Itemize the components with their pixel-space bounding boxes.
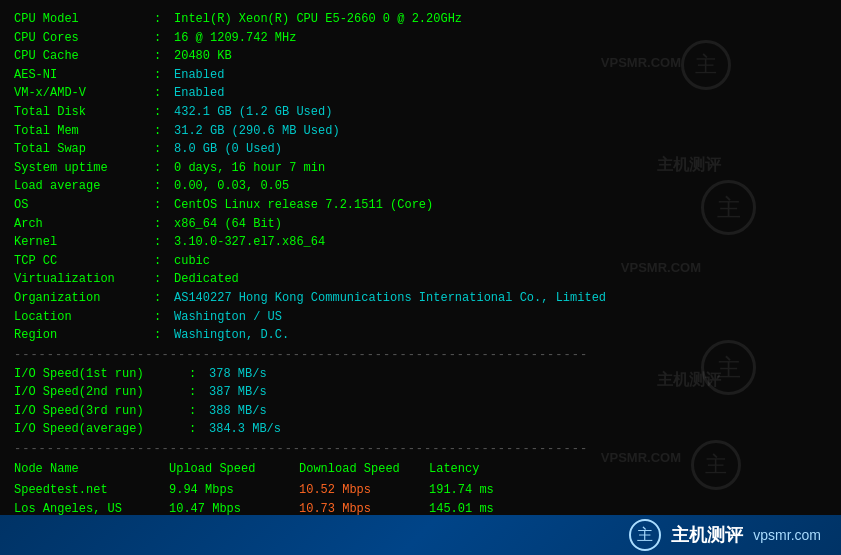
location-row: Location : Washington / US — [14, 308, 827, 327]
cpu-cache-value: 20480 KB — [174, 47, 232, 66]
aes-ni-row: AES-NI : Enabled — [14, 66, 827, 85]
bottom-cn-text: 主机测评 — [671, 523, 743, 547]
organization-label: Organization — [14, 289, 154, 308]
tcp-cc-row: TCP CC : cubic — [14, 252, 827, 271]
header-latency: Latency — [429, 460, 529, 479]
arch-row: Arch : x86_64 (64 Bit) — [14, 215, 827, 234]
organization-row: Organization : AS140227 Hong Kong Commun… — [14, 289, 827, 308]
location-value: Washington / US — [174, 308, 282, 327]
load-avg-value: 0.00, 0.03, 0.05 — [174, 177, 289, 196]
main-container: CPU Model : Intel(R) Xeon(R) CPU E5-2660… — [0, 0, 841, 555]
divider-1: ----------------------------------------… — [14, 348, 827, 362]
io-run1-value: 378 MB/s — [209, 365, 267, 384]
tcp-cc-label: TCP CC — [14, 252, 154, 271]
io-avg-row: I/O Speed(average) : 384.3 MB/s — [14, 420, 827, 439]
io-run1-row: I/O Speed(1st run) : 378 MB/s — [14, 365, 827, 384]
header-node: Node Name — [14, 460, 169, 479]
load-avg-row: Load average : 0.00, 0.03, 0.05 — [14, 177, 827, 196]
io-run1-label: I/O Speed(1st run) — [14, 365, 189, 384]
cell-upload: 9.94 Mbps — [169, 481, 299, 500]
arch-label: Arch — [14, 215, 154, 234]
cpu-cores-value: 16 @ 1209.742 MHz — [174, 29, 296, 48]
bottom-bar: 主 主机测评 vpsmr.com — [0, 515, 841, 555]
cell-download: 10.52 Mbps — [299, 481, 429, 500]
cpu-cache-row: CPU Cache : 20480 KB — [14, 47, 827, 66]
io-run3-label: I/O Speed(3rd run) — [14, 402, 189, 421]
total-disk-row: Total Disk : 432.1 GB (1.2 GB Used) — [14, 103, 827, 122]
bottom-en-text: vpsmr.com — [753, 527, 821, 543]
aes-ni-value: Enabled — [174, 66, 224, 85]
load-avg-label: Load average — [14, 177, 154, 196]
system-info-section: CPU Model : Intel(R) Xeon(R) CPU E5-2660… — [14, 10, 827, 345]
io-run2-row: I/O Speed(2nd run) : 387 MB/s — [14, 383, 827, 402]
os-label: OS — [14, 196, 154, 215]
virtualization-row: Virtualization : Dedicated — [14, 270, 827, 289]
region-label: Region — [14, 326, 154, 345]
region-row: Region : Washington, D.C. — [14, 326, 827, 345]
header-upload: Upload Speed — [169, 460, 299, 479]
io-run3-row: I/O Speed(3rd run) : 388 MB/s — [14, 402, 827, 421]
table-header: Node Name Upload Speed Download Speed La… — [14, 460, 827, 479]
kernel-label: Kernel — [14, 233, 154, 252]
organization-value: AS140227 Hong Kong Communications Intern… — [174, 289, 606, 308]
total-disk-label: Total Disk — [14, 103, 154, 122]
os-value: CentOS Linux release 7.2.1511 (Core) — [174, 196, 433, 215]
cpu-cache-label: CPU Cache — [14, 47, 154, 66]
arch-value: x86_64 (64 Bit) — [174, 215, 282, 234]
total-swap-value: 8.0 GB (0 Used) — [174, 140, 282, 159]
region-value: Washington, D.C. — [174, 326, 289, 345]
cpu-model-label: CPU Model — [14, 10, 154, 29]
total-swap-row: Total Swap : 8.0 GB (0 Used) — [14, 140, 827, 159]
virtualization-value: Dedicated — [174, 270, 239, 289]
cpu-cores-label: CPU Cores — [14, 29, 154, 48]
bottom-logo: 主 — [629, 519, 661, 551]
kernel-value: 3.10.0-327.el7.x86_64 — [174, 233, 325, 252]
total-mem-row: Total Mem : 31.2 GB (290.6 MB Used) — [14, 122, 827, 141]
os-row: OS : CentOS Linux release 7.2.1511 (Core… — [14, 196, 827, 215]
io-run3-value: 388 MB/s — [209, 402, 267, 421]
tcp-cc-value: cubic — [174, 252, 210, 271]
io-run2-label: I/O Speed(2nd run) — [14, 383, 189, 402]
uptime-row: System uptime : 0 days, 16 hour 7 min — [14, 159, 827, 178]
cpu-model-row: CPU Model : Intel(R) Xeon(R) CPU E5-2660… — [14, 10, 827, 29]
total-disk-value: 432.1 GB (1.2 GB Used) — [174, 103, 332, 122]
header-download: Download Speed — [299, 460, 429, 479]
cpu-cores-row: CPU Cores : 16 @ 1209.742 MHz — [14, 29, 827, 48]
uptime-label: System uptime — [14, 159, 154, 178]
cpu-model-value: Intel(R) Xeon(R) CPU E5-2660 0 @ 2.20GHz — [174, 10, 462, 29]
vm-amd-v-value: Enabled — [174, 84, 224, 103]
vm-amd-v-row: VM-x/AMD-V : Enabled — [14, 84, 827, 103]
io-avg-value: 384.3 MB/s — [209, 420, 281, 439]
total-swap-label: Total Swap — [14, 140, 154, 159]
vm-amd-v-label: VM-x/AMD-V — [14, 84, 154, 103]
aes-ni-label: AES-NI — [14, 66, 154, 85]
total-mem-value: 31.2 GB (290.6 MB Used) — [174, 122, 340, 141]
cell-latency: 191.74 ms — [429, 481, 529, 500]
io-avg-label: I/O Speed(average) — [14, 420, 189, 439]
divider-2: ----------------------------------------… — [14, 442, 827, 456]
cell-node: Speedtest.net — [14, 481, 169, 500]
location-label: Location — [14, 308, 154, 327]
kernel-row: Kernel : 3.10.0-327.el7.x86_64 — [14, 233, 827, 252]
virtualization-label: Virtualization — [14, 270, 154, 289]
uptime-value: 0 days, 16 hour 7 min — [174, 159, 325, 178]
table-row: Speedtest.net9.94 Mbps10.52 Mbps191.74 m… — [14, 481, 827, 500]
total-mem-label: Total Mem — [14, 122, 154, 141]
io-section: I/O Speed(1st run) : 378 MB/s I/O Speed(… — [14, 365, 827, 439]
io-run2-value: 387 MB/s — [209, 383, 267, 402]
